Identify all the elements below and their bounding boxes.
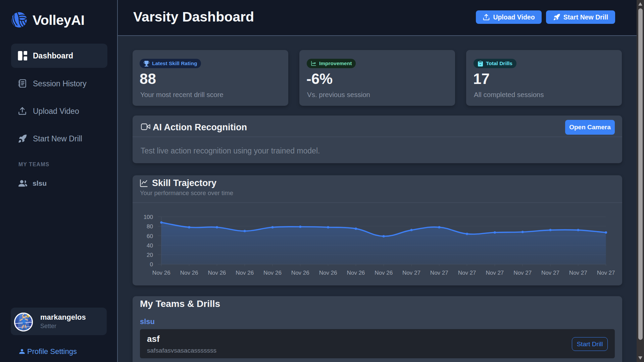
svg-text:40: 40 [147, 242, 153, 249]
svg-text:Nov 26: Nov 26 [208, 270, 226, 276]
svg-text:Nov 26: Nov 26 [319, 270, 337, 276]
svg-text:Nov 27: Nov 27 [513, 270, 532, 276]
svg-text:Nov 26: Nov 26 [291, 270, 309, 276]
svg-text:Nov 27: Nov 27 [458, 270, 476, 276]
svg-text:Nov 27: Nov 27 [569, 270, 587, 276]
svg-text:Nov 26: Nov 26 [375, 270, 393, 276]
svg-text:0: 0 [150, 261, 153, 268]
svg-text:Nov 27: Nov 27 [597, 270, 615, 276]
svg-text:80: 80 [147, 223, 153, 230]
svg-text:Nov 26: Nov 26 [347, 270, 365, 276]
svg-text:100: 100 [144, 214, 153, 220]
svg-text:60: 60 [147, 233, 153, 239]
svg-text:Nov 26: Nov 26 [263, 270, 282, 276]
svg-text:Nov 27: Nov 27 [486, 270, 504, 276]
svg-text:Nov 27: Nov 27 [541, 270, 559, 276]
svg-text:20: 20 [147, 252, 153, 258]
svg-text:Nov 27: Nov 27 [402, 270, 420, 276]
svg-text:Nov 27: Nov 27 [430, 270, 448, 276]
svg-text:Nov 26: Nov 26 [152, 270, 170, 276]
svg-text:Nov 26: Nov 26 [236, 270, 254, 276]
svg-text:Nov 26: Nov 26 [180, 270, 198, 276]
